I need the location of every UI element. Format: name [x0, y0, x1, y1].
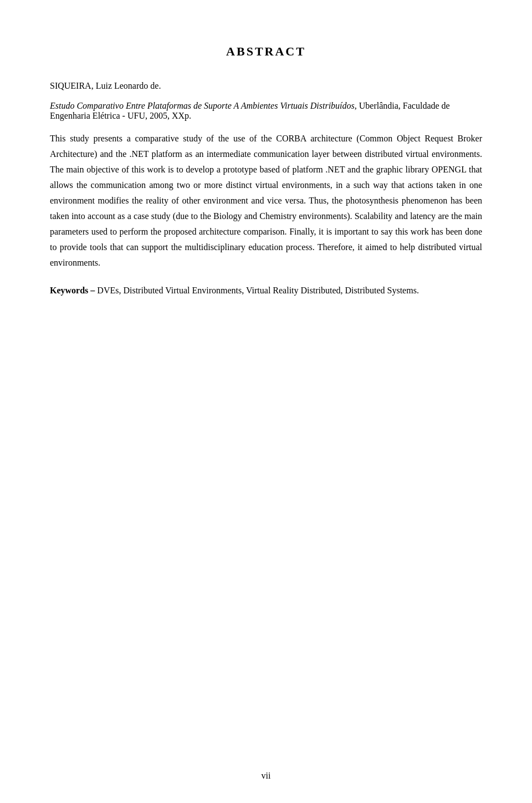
author-line: SIQUEIRA, Luiz Leonardo de.: [50, 81, 482, 91]
page-number: vii: [262, 771, 271, 781]
keywords-text: DVEs, Distributed Virtual Environments, …: [97, 286, 419, 295]
citation-line: Estudo Comparativo Entre Plataformas de …: [50, 101, 482, 121]
keywords-label: Keywords –: [50, 286, 97, 295]
citation-italic: Estudo Comparativo Entre Plataformas de …: [50, 101, 355, 110]
abstract-title: ABSTRACT: [50, 44, 482, 59]
keywords-section: Keywords – DVEs, Distributed Virtual Env…: [50, 283, 482, 298]
page: ABSTRACT SIQUEIRA, Luiz Leonardo de. Est…: [0, 0, 532, 803]
abstract-body: This study presents a comparative study …: [50, 131, 482, 271]
